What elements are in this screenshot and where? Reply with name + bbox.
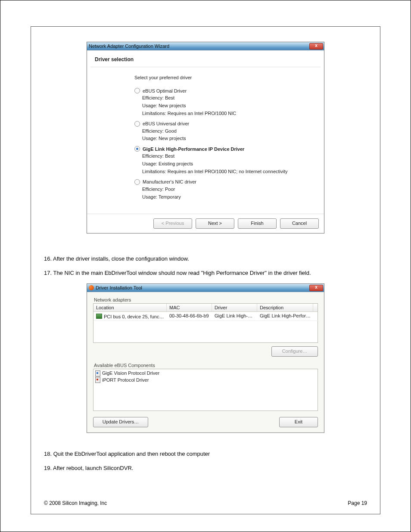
driver-option-manufacturer[interactable]: Manufacturer's NIC driver Efficiency: Po… xyxy=(134,179,315,200)
next-button[interactable]: Next > xyxy=(196,218,234,229)
available-components-label: Available eBUS Components xyxy=(94,363,318,368)
col-location[interactable]: Location xyxy=(93,304,167,311)
driver-option-ebus-optimal[interactable]: eBUS Optimal Driver Efficiency: Best Usa… xyxy=(134,88,315,117)
wizard-dialog: Network Adapter Configuration Wizard x D… xyxy=(87,42,324,233)
radio-icon[interactable] xyxy=(134,121,140,127)
close-icon[interactable]: x xyxy=(309,43,323,50)
col-description[interactable]: Description xyxy=(257,304,313,311)
exit-button[interactable]: Exit xyxy=(279,417,318,427)
adapters-table: Location MAC Driver Description PCI bus … xyxy=(93,303,318,343)
divider xyxy=(90,67,321,67)
driver-option-gige-link[interactable]: GigE Link High-Performance IP Device Dri… xyxy=(134,146,315,175)
col-driver[interactable]: Driver xyxy=(212,304,257,311)
step-18: 18. Quit the EbDriverTool application an… xyxy=(44,450,367,458)
page-number: Page 19 xyxy=(348,500,367,506)
list-item[interactable]: iPORT Protocol Driver xyxy=(95,377,316,383)
option-usage: Usage: Temporary xyxy=(142,194,315,200)
cell-description: GigE Link High-Performance IP Devi… xyxy=(257,312,313,321)
nic-icon xyxy=(96,314,102,319)
driver-option-ebus-universal[interactable]: eBUS Universal driver Efficiency: Good U… xyxy=(134,121,315,142)
option-limitations: Limitations: Requires an Intel PRO/1000 … xyxy=(142,168,315,175)
components-list: GigE Vision Protocol Driver iPORT Protoc… xyxy=(93,369,318,411)
option-efficiency: Efficiency: Best xyxy=(142,153,315,159)
cell-driver: GigE Link High-Perfor… xyxy=(212,312,257,321)
step-17: 17. The NIC in the main EbDriverTool win… xyxy=(44,269,367,277)
page-footer: © 2008 Silicon Imaging, Inc Page 19 xyxy=(44,500,367,506)
driver-tool-dialog: Driver Installation Tool x Network adapt… xyxy=(87,283,324,433)
tool-titlebar: Driver Installation Tool x xyxy=(87,284,324,292)
option-usage: Usage: New projects xyxy=(142,103,315,109)
option-efficiency: Efficiency: Poor xyxy=(142,186,315,193)
option-limitations: Limitations: Requires an Intel PRO/1000 … xyxy=(142,110,315,117)
radio-icon[interactable] xyxy=(134,88,140,93)
wizard-heading: Driver selection xyxy=(87,50,324,67)
wizard-title: Network Adapter Configuration Wizard xyxy=(89,44,169,49)
radio-icon[interactable] xyxy=(134,146,140,152)
previous-button[interactable]: < Previous xyxy=(153,218,192,229)
option-label: GigE Link High-Performance IP Device Dri… xyxy=(143,146,244,152)
app-icon xyxy=(89,285,94,290)
configure-button[interactable]: Configure… xyxy=(271,346,318,357)
network-adapters-label: Network adapters xyxy=(94,297,318,302)
wizard-footer: < Previous Next > Finish Cancel xyxy=(87,214,324,233)
table-header: Location MAC Driver Description xyxy=(93,304,318,312)
driver-icon xyxy=(95,377,100,383)
cell-location: PCI bus 0, device 25, function 0 xyxy=(93,312,167,321)
wizard-lead: Select your preferred driver xyxy=(134,75,315,80)
cancel-button[interactable]: Cancel xyxy=(280,218,319,229)
step-19: 19. After reboot, launch SiliconDVR. xyxy=(44,464,367,473)
col-mac[interactable]: MAC xyxy=(167,304,212,311)
cell-mac: 00-30-48-66-6b-b9 xyxy=(167,312,212,321)
table-empty-area xyxy=(93,321,318,342)
table-row[interactable]: PCI bus 0, device 25, function 0 00-30-4… xyxy=(93,312,318,321)
list-item[interactable]: GigE Vision Protocol Driver xyxy=(95,370,316,376)
option-label: Manufacturer's NIC driver xyxy=(143,179,196,184)
component-label: iPORT Protocol Driver xyxy=(102,377,149,383)
component-label: GigE Vision Protocol Driver xyxy=(102,370,159,376)
option-label: eBUS Optimal Driver xyxy=(143,88,187,93)
tool-title: Driver Installation Tool xyxy=(96,285,142,290)
option-usage: Usage: New projects xyxy=(142,135,315,142)
finish-button[interactable]: Finish xyxy=(238,218,277,229)
option-usage: Usage: Existing projects xyxy=(142,161,315,167)
wizard-titlebar: Network Adapter Configuration Wizard x xyxy=(87,42,324,50)
option-efficiency: Efficiency: Best xyxy=(142,95,315,101)
radio-icon[interactable] xyxy=(134,179,140,185)
driver-icon xyxy=(95,370,100,376)
close-icon[interactable]: x xyxy=(309,285,323,291)
copyright: © 2008 Silicon Imaging, Inc xyxy=(44,500,107,506)
update-drivers-button[interactable]: Update Drivers… xyxy=(93,417,148,427)
option-label: eBUS Universal driver xyxy=(143,121,189,126)
wizard-body: Select your preferred driver eBUS Optima… xyxy=(87,71,324,205)
option-efficiency: Efficiency: Good xyxy=(142,128,315,134)
step-16: 16. After the driver installs, close the… xyxy=(44,255,367,263)
